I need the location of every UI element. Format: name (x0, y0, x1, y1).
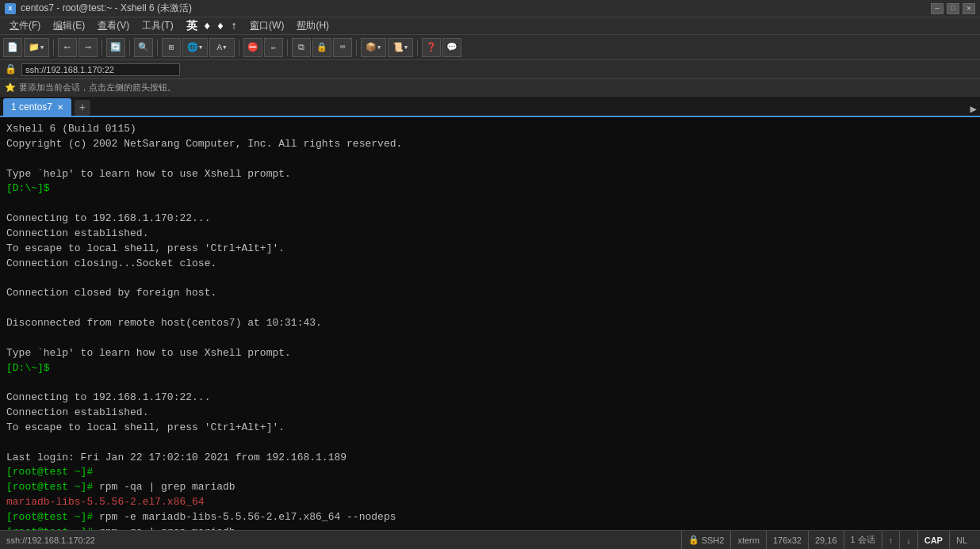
tb-font[interactable]: A▾ (209, 38, 235, 57)
terminal[interactable]: Xshell 6 (Build 0115) Copyright (c) 2002… (0, 117, 980, 530)
bookmark-bar: ⭐ 要添加当前会话，点击左侧的箭头按钮。 (0, 79, 980, 97)
tb-sep5 (239, 40, 239, 55)
status-address: ssh://192.168.1.170:22 (6, 536, 681, 545)
window-title: centos7 - root@test:~ - Xshell 6 (未激活) (21, 2, 931, 15)
term-line: Type `help' to learn how to use Xshell p… (6, 346, 974, 361)
tb-new-session[interactable]: 📄 (3, 38, 22, 57)
bookmark-text: 要添加当前会话，点击左侧的箭头按钮。 (19, 82, 176, 93)
status-bar: ssh://192.168.1.170:22 🔒 SSH2 xterm 176x… (0, 530, 980, 549)
term-line-prompt3: [root@test ~]# (6, 465, 974, 480)
term-line: Connecting to 192.168.1.170:22... (6, 391, 974, 406)
tb-lock[interactable]: 🔒 (312, 38, 331, 57)
maximize-button[interactable]: □ (947, 3, 959, 14)
term-line-mariadb: mariadb-libs-5.5.56-2.el7.x86_64 (6, 495, 974, 510)
term-line: To escape to local shell, press 'Ctrl+Al… (6, 421, 974, 436)
term-line (6, 152, 974, 167)
term-line: To escape to local shell, press 'Ctrl+Al… (6, 242, 974, 257)
tab-add-button[interactable]: + (75, 100, 90, 116)
minimize-button[interactable]: ─ (931, 3, 944, 14)
term-line: Xshell 6 (Build 0115) (6, 122, 974, 137)
tab-scroll-right[interactable]: ▶ (970, 102, 980, 116)
tb-chat[interactable]: 💬 (442, 38, 461, 57)
term-line: Copyright (c) 2002 NetSarang Computer, I… (6, 137, 974, 152)
tab-centos7[interactable]: 1 centos7 ✕ (3, 98, 71, 116)
term-line (6, 301, 974, 316)
status-num: NL (949, 531, 974, 549)
address-input[interactable] (21, 63, 180, 76)
tb-sep2 (101, 40, 102, 55)
term-line (6, 436, 974, 451)
term-line: Connection closing...Socket close. (6, 257, 974, 272)
term-line: Connecting to 192.168.1.170:22... (6, 212, 974, 227)
menu-view[interactable]: 查看(V) (91, 17, 136, 34)
tb-zoom[interactable]: 🔍 (134, 38, 153, 57)
tb-forward[interactable]: ⟶ (78, 38, 98, 57)
menu-bar: 文件(F) 编辑(E) 查看(V) 工具(T) 英 ♦ ♦ ↑ 窗口(W) 帮助… (0, 17, 980, 35)
status-sessions: 1 会话 (844, 531, 882, 549)
menu-help[interactable]: 帮助(H) (290, 17, 335, 34)
term-line: Type `help' to learn how to use Xshell p… (6, 167, 974, 182)
tb-sep1 (53, 40, 54, 55)
tb-sep6 (287, 40, 288, 55)
menu-file[interactable]: 文件(F) (3, 17, 47, 34)
status-nav-down[interactable]: ↓ (899, 531, 917, 549)
status-terminal: xterm (730, 531, 766, 549)
term-line-cmd1: [root@test ~]# rpm -qa | grep mariadb (6, 480, 974, 495)
window-controls: ─ □ ✕ (931, 3, 975, 14)
tb-keyboard[interactable]: ⌨ (333, 38, 352, 57)
term-line (6, 376, 974, 391)
lock-icon: 🔒 (5, 63, 17, 75)
status-dimensions: 176x32 (766, 531, 808, 549)
status-cap: CAP (917, 531, 949, 549)
title-bar: X centos7 - root@test:~ - Xshell 6 (未激活)… (0, 0, 980, 17)
tb-back[interactable]: ⟵ (58, 38, 77, 57)
tb-scripts[interactable]: 📜▾ (388, 38, 413, 57)
status-lock-icon: 🔒 (688, 535, 699, 545)
tb-open[interactable]: 📁▾ (24, 38, 49, 57)
term-line: Last login: Fri Jan 22 17:02:10 2021 fro… (6, 451, 974, 466)
menu-window[interactable]: 窗口(W) (243, 17, 290, 34)
address-bar: 🔒 (0, 60, 980, 79)
tb-sep7 (356, 40, 357, 55)
term-line: Connection established. (6, 227, 974, 242)
tb-compose[interactable]: ✏ (264, 38, 283, 57)
term-line-prompt1: [D:\~]$ (6, 181, 974, 196)
tb-sep4 (157, 40, 158, 55)
term-line (6, 331, 974, 346)
menu-tools[interactable]: 工具(T) (136, 17, 179, 34)
tb-help[interactable]: ❓ (422, 38, 441, 57)
tb-sep8 (417, 40, 418, 55)
term-line-cmd2: [root@test ~]# rpm -e mariadb-libs-5.5.5… (6, 510, 974, 525)
term-line-prompt2: [D:\~]$ (6, 361, 974, 376)
tb-new-tab[interactable]: ⊞ (162, 38, 181, 57)
tb-transfer[interactable]: 📦▾ (361, 38, 386, 57)
term-line: Disconnected from remote host(centos7) a… (6, 316, 974, 331)
toolbar: 📄 📁▾ ⟵ ⟶ 🔄 🔍 ⊞ 🌐▾ A▾ ⛔ ✏ ⧉ 🔒 ⌨ 📦▾ 📜▾ ❓ 💬 (0, 35, 980, 60)
term-line: Connection closed by foreign host. (6, 286, 974, 301)
status-position: 29,16 (808, 531, 844, 549)
menu-active[interactable]: 英 ♦ ♦ ↑ (180, 17, 243, 35)
tab-bar: 1 centos7 ✕ + ▶ (0, 97, 980, 117)
term-line (6, 196, 974, 212)
app-icon: X (5, 3, 16, 14)
close-button[interactable]: ✕ (963, 3, 975, 14)
tb-sep3 (129, 40, 130, 55)
tab-close-centos7[interactable]: ✕ (57, 103, 63, 112)
term-line (6, 271, 974, 286)
status-protocol: 🔒 SSH2 (681, 531, 731, 549)
status-nav-up[interactable]: ↑ (882, 531, 900, 549)
bookmark-icon: ⭐ (5, 82, 16, 93)
tb-stop[interactable]: ⛔ (243, 38, 262, 57)
menu-edit[interactable]: 编辑(E) (47, 17, 91, 34)
tab-label: 1 centos7 (11, 101, 52, 112)
tb-reconnect[interactable]: 🔄 (106, 38, 125, 57)
tb-globe[interactable]: 🌐▾ (182, 38, 208, 57)
tb-split[interactable]: ⧉ (292, 38, 311, 57)
term-line: Connection established. (6, 406, 974, 421)
